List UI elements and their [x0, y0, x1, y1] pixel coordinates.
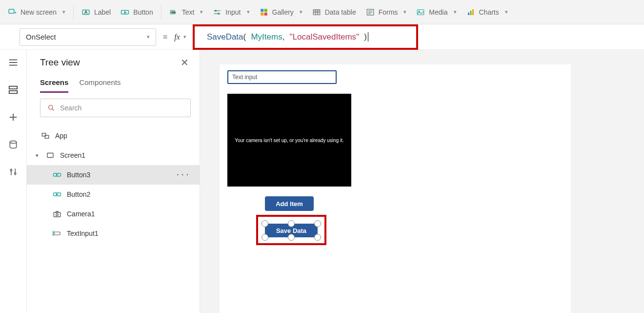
selection-handle[interactable] — [288, 220, 295, 227]
left-rail — [0, 50, 27, 313]
camera-icon — [52, 209, 62, 219]
button-icon — [121, 8, 129, 17]
svg-rect-32 — [9, 86, 18, 89]
formula-arg2: "LocalSavedItems" — [290, 32, 359, 42]
search-input[interactable]: Search — [40, 99, 191, 117]
tab-screens[interactable]: Screens — [40, 75, 68, 93]
svg-point-40 — [15, 173, 16, 174]
tree-item-label: Button3 — [67, 171, 90, 179]
label-icon — [81, 8, 90, 17]
chevron-down-icon: ▾ — [505, 9, 508, 15]
chevron-down-icon: ▾ — [454, 9, 457, 15]
label-button[interactable]: Label — [77, 5, 116, 20]
chevron-down-icon[interactable]: ▾ — [36, 152, 41, 159]
canvas-area: Text input Your camera isn't set up, or … — [200, 50, 644, 313]
equals-label: = — [163, 33, 167, 42]
svg-line-44 — [52, 109, 54, 110]
svg-point-43 — [49, 105, 53, 109]
formula-highlight: SaveData( MyItems, "LocalSavedItems" ) — [193, 24, 418, 50]
canvas-add-item-button[interactable]: Add Item — [265, 196, 314, 211]
tree-item-label: TextInput1 — [67, 230, 99, 237]
svg-rect-26 — [468, 12, 469, 15]
text-icon: Abc — [169, 8, 178, 17]
data-table-icon — [312, 8, 321, 17]
svg-rect-33 — [9, 91, 18, 94]
charts-label: Charts — [479, 8, 499, 16]
svg-text:Abc: Abc — [171, 11, 175, 14]
canvas-camera[interactable]: Your camera isn't set up, or you're alre… — [227, 94, 351, 187]
fx-button[interactable]: fx▾ — [174, 33, 186, 42]
media-button[interactable]: Media ▾ — [411, 5, 461, 20]
text-cursor — [368, 32, 368, 42]
data-icon[interactable] — [6, 138, 20, 151]
gallery-label: Gallery — [272, 8, 294, 16]
gallery-button[interactable]: Gallery ▾ — [255, 5, 307, 20]
canvas-text-input[interactable]: Text input — [227, 70, 337, 84]
more-icon[interactable]: · · · — [177, 171, 189, 179]
chevron-down-icon: ▾ — [247, 9, 250, 15]
formula-input[interactable]: SaveData( MyItems, "LocalSavedItems" ) — [200, 28, 411, 46]
screen-icon — [45, 150, 55, 160]
app-canvas[interactable]: Text input Your camera isn't set up, or … — [220, 64, 571, 313]
app-icon — [40, 131, 50, 141]
button-label: Button — [133, 8, 153, 16]
tree-item-screen1[interactable]: ▾ Screen1 — [27, 146, 200, 165]
tree-item-label: Screen1 — [60, 151, 85, 159]
selection-handle[interactable] — [314, 220, 321, 227]
forms-label: Forms — [379, 8, 398, 16]
new-screen-button[interactable]: New screen ▾ — [3, 5, 70, 20]
new-screen-icon — [8, 8, 17, 17]
add-button-label: Add Item — [276, 200, 303, 208]
svg-rect-27 — [470, 11, 471, 15]
selection-handle[interactable] — [288, 234, 295, 241]
input-button[interactable]: Input ▾ — [208, 5, 254, 20]
tree-item-button3[interactable]: Button3 · · · — [27, 165, 200, 185]
selection-handle[interactable] — [314, 234, 321, 241]
svg-point-51 — [56, 213, 59, 216]
search-placeholder: Search — [60, 104, 81, 112]
tab-components[interactable]: Components — [79, 75, 121, 93]
tree-view-icon[interactable] — [6, 83, 20, 97]
svg-rect-0 — [9, 9, 14, 13]
svg-rect-28 — [472, 9, 474, 15]
tree-item-button2[interactable]: Button2 — [27, 185, 200, 204]
tree-item-label: Camera1 — [67, 210, 95, 218]
hamburger-icon[interactable] — [6, 56, 20, 69]
separator — [161, 5, 161, 19]
selection-handle[interactable] — [262, 234, 268, 241]
text-input-placeholder: Text input — [232, 74, 257, 81]
search-icon — [47, 104, 55, 112]
selection-handle[interactable] — [262, 220, 268, 227]
tree-item-app[interactable]: App — [27, 126, 200, 146]
svg-rect-52 — [54, 232, 60, 235]
insert-icon[interactable] — [6, 110, 20, 124]
text-button[interactable]: Abc Text ▾ — [164, 5, 208, 20]
tree-item-label: App — [55, 132, 67, 140]
tree-title: Tree view — [40, 57, 80, 68]
input-label: Input — [225, 8, 241, 16]
charts-button[interactable]: Charts ▾ — [462, 5, 513, 20]
property-selector[interactable]: OnSelect ▾ — [20, 28, 156, 46]
close-icon[interactable]: ✕ — [181, 57, 189, 68]
data-table-button[interactable]: Data table — [307, 5, 361, 20]
chevron-down-icon: ▾ — [300, 9, 302, 15]
property-name: OnSelect — [26, 33, 56, 41]
svg-rect-13 — [261, 12, 263, 15]
button-button[interactable]: Button — [116, 5, 158, 20]
tree-item-camera1[interactable]: Camera1 — [27, 204, 200, 224]
svg-point-25 — [419, 11, 420, 12]
forms-button[interactable]: Forms ▾ — [361, 5, 412, 20]
svg-point-8 — [215, 10, 217, 11]
tree-item-textinput1[interactable]: TextInput1 — [27, 224, 200, 243]
svg-point-36 — [10, 141, 16, 144]
tools-icon[interactable] — [6, 165, 20, 179]
gallery-icon — [260, 8, 268, 17]
button-icon — [52, 189, 62, 199]
save-button-label: Save Data — [276, 227, 306, 234]
text-input-icon — [52, 229, 62, 238]
svg-rect-14 — [264, 12, 267, 15]
tree-item-label: Button2 — [67, 190, 90, 198]
chevron-down-icon: ▾ — [403, 9, 406, 15]
text-label: Text — [182, 8, 195, 16]
chevron-down-icon: ▾ — [147, 34, 150, 40]
